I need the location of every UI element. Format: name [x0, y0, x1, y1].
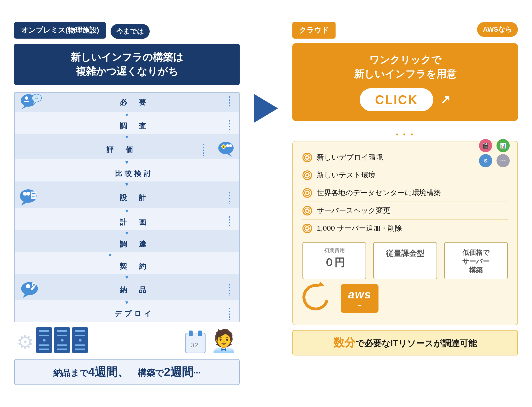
down-arrow-3: ▼ — [15, 159, 239, 166]
server-1 — [36, 327, 52, 353]
aws-logo-box: aws ⌣ — [341, 284, 379, 313]
left-title-box: 新しいインフラの構築は 複雑かつ遅くなりがち — [14, 44, 240, 85]
right-footer-highlight: 数分 — [333, 336, 356, 349]
click-button[interactable]: CLICK — [360, 88, 433, 111]
step-icon-person — [15, 93, 48, 112]
step-right-1 — [220, 96, 239, 108]
aws-logo-smile: ⌣ — [357, 301, 362, 309]
yellow-box: 🎬 📊 ⚙ 〰 新しいデプロイ環境 新しいテスト環境 世界各地のデータセンターに… — [292, 141, 518, 325]
step-label-sekkei: 設 計 — [48, 193, 220, 203]
left-header: オンプレミス(物理施設) 今までは — [14, 22, 240, 39]
step-right-3 — [194, 144, 213, 156]
stat-value-3: 低価格でサーバー構築 — [447, 248, 505, 274]
step-label-hikaku: 比較検討 — [48, 169, 220, 179]
step-keiyaku: 契 約 — [15, 258, 239, 274]
step-chotatsu: 調 達 — [15, 236, 239, 252]
servers-area: ⚙ — [16, 327, 88, 353]
person-standing-icon: 🧑‍💼 — [210, 328, 237, 353]
benefit-item-3: 世界各地のデータセンターに環境構築 — [302, 184, 508, 202]
svg-point-25 — [26, 284, 30, 288]
down-arrow-5: ▼ — [15, 208, 239, 214]
bottom-area: ⚙ — [14, 327, 240, 353]
target-icon-2 — [302, 170, 312, 180]
step-icon-empty-6 — [15, 258, 48, 274]
step-icon-empty-2 — [15, 142, 48, 158]
svg-point-17 — [23, 192, 27, 196]
step-label-chousa: 調 査 — [48, 121, 220, 131]
svg-point-18 — [26, 192, 30, 196]
down-arrow-9: ▼ — [15, 300, 239, 306]
right-header: クラウド AWSなら — [292, 22, 518, 39]
left-panel: オンプレミス(物理施設) 今までは 新しいインフラの構築は 複雑かつ遅くなりがち — [14, 22, 240, 385]
target-icon-3 — [302, 188, 312, 198]
down-arrow-2: ▼ — [15, 134, 239, 140]
calendar-icon: 32, — [185, 333, 206, 353]
step-icon-empty-4 — [15, 214, 48, 230]
step-icon-empty-1 — [15, 118, 48, 134]
logos-row: aws ⌣ — [302, 284, 508, 313]
steps-inner: 必 要 ▼ 調 査 — [14, 92, 240, 322]
svg-point-2 — [25, 96, 28, 100]
middle-arrow — [254, 22, 278, 123]
click-wrapper: CLICK ↗ — [300, 88, 511, 111]
step-label-nouhin: 納 品 — [48, 285, 220, 295]
stat-value-2: 従量課金型 — [376, 248, 434, 259]
stat-low-cost: 低価格でサーバー構築 — [444, 242, 508, 279]
step-icon-wrench — [15, 281, 48, 300]
left-footer: 納品まで4週間、 構築で2週間··· — [14, 359, 240, 385]
orange-box-title: ワンクリックで 新しいインフラを用意 — [300, 53, 511, 81]
step-hikaku: 比較検討 — [15, 166, 239, 181]
step-right-6 — [220, 216, 239, 228]
step-deploy: デプロイ — [15, 306, 239, 322]
stats-row: 初期費用 ０円 従量課金型 低価格でサーバー構築 — [302, 242, 508, 279]
down-arrow-7: ▼ — [15, 252, 239, 258]
server-group — [36, 327, 88, 353]
alert-person-icon: ! — [213, 141, 234, 159]
step-right-9 — [220, 284, 239, 296]
icon-blue: ⚙ — [479, 154, 492, 167]
down-arrow-6: ▼ — [15, 230, 239, 236]
step-icon-empty-3 — [15, 166, 48, 181]
right-footer: 数分で必要なITリソースが調達可能 — [292, 330, 518, 355]
benefit-item-1: 新しいデプロイ環境 — [302, 149, 508, 166]
stat-value-1: ０円 — [305, 256, 363, 270]
benefit-item-5: 1,000 サーバー追加・削除 — [302, 219, 508, 237]
calendar-person-area: 32, 🧑‍💼 — [185, 328, 237, 353]
down-arrow-4: ▼ — [15, 181, 239, 188]
target-icon-4 — [302, 206, 312, 215]
step-icon-empty-5 — [15, 236, 48, 252]
steps-wrapper: 必 要 ▼ 調 査 — [14, 92, 240, 322]
icon-pink: 🎬 — [479, 139, 492, 152]
step-hyouka: 評 価 ! — [15, 140, 239, 159]
server-3 — [72, 327, 88, 353]
step-icon-empty-7 — [15, 306, 48, 322]
down-arrow-1: ▼ — [15, 112, 239, 118]
step-label-deploy: デプロイ — [48, 309, 220, 319]
svg-text:!: ! — [223, 145, 224, 149]
step-hitsuyou: 必 要 — [15, 93, 239, 112]
step-chousa: 調 査 — [15, 118, 239, 134]
step-label-chotatsu: 調 達 — [48, 239, 220, 249]
step-right-10 — [220, 308, 239, 320]
stat-pay-per-use: 従量課金型 — [373, 242, 437, 279]
orange-box: ワンクリックで 新しいインフラを用意 CLICK ↗ — [292, 43, 518, 121]
target-icon-5 — [302, 224, 312, 233]
svg-rect-19 — [31, 192, 36, 199]
step-label-hitsuyou: 必 要 — [48, 98, 220, 107]
step-label-keikaku: 計 画 — [48, 217, 220, 227]
svg-point-13 — [226, 144, 229, 147]
step-keikaku: 計 画 — [15, 214, 239, 230]
cloud-badge: クラウド — [292, 22, 335, 39]
big-blue-arrow — [254, 94, 278, 123]
refresh-logo — [302, 284, 331, 313]
benefit-item-4: サーバースペック変更 — [302, 202, 508, 219]
icon-green: 📊 — [497, 139, 510, 152]
step-right-5 — [220, 192, 239, 204]
onpremise-badge: オンプレミス(物理施設) — [14, 22, 106, 39]
stat-initial-cost: 初期費用 ０円 — [302, 242, 366, 279]
step-label-hyouka: 評 価 — [48, 145, 194, 155]
now-bubble: 今までは — [111, 24, 150, 39]
right-panel: クラウド AWSなら ワンクリックで 新しいインフラを用意 CLICK ↗ • … — [292, 22, 518, 356]
step-label-keiyaku: 契 約 — [48, 261, 220, 271]
icon-gray: 〰 — [497, 154, 510, 167]
